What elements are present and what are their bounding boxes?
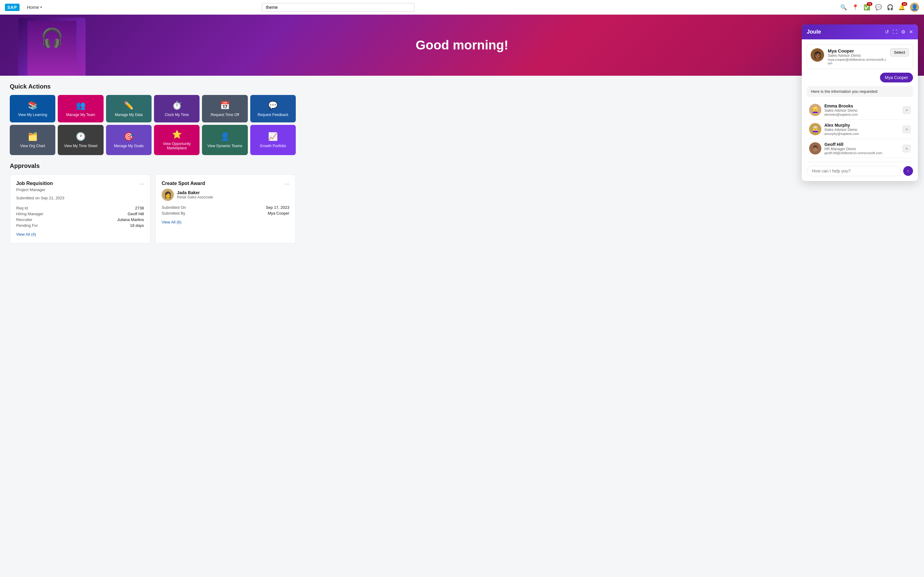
req-id-label: Req Id — [16, 206, 28, 210]
home-nav[interactable]: Home ▾ — [27, 5, 42, 10]
goals-icon: 🎯 — [124, 132, 134, 141]
notifications-badge: 10 — [902, 2, 907, 6]
pending-for-label: Pending For — [16, 223, 38, 228]
tile-view-org-chart[interactable]: 🗂️ View Org Chart — [10, 125, 55, 155]
spot-award-view-all[interactable]: View All (6) — [162, 220, 181, 224]
timesheet-icon: 🕐 — [76, 132, 86, 141]
result-role: Sales Advisor Demo — [824, 108, 900, 113]
job-requisition-card: Job Requisition Project Manager Submitte… — [10, 174, 150, 243]
tile-label: View Opportunity Marketplace — [157, 142, 197, 150]
job-req-subtitle: Project Manager — [16, 187, 65, 192]
joule-user-role: Sales Advisor Demo — [828, 53, 887, 58]
dynamic-teams-icon: 👤 — [220, 132, 230, 141]
spot-award-title: Create Spot Award — [162, 181, 205, 186]
tile-growth-portfolio[interactable]: 📈 Growth Portfolio — [250, 125, 296, 155]
headset-icon-btn[interactable]: 🎧 — [887, 4, 893, 11]
tile-request-feedback[interactable]: 💬 Request Feedback — [250, 95, 296, 122]
tile-request-time-off[interactable]: 📅 Request Time Off — [202, 95, 247, 122]
spot-award-person: 👩 Jada Baker Retail Sales Associate — [162, 189, 289, 201]
location-icon-btn[interactable]: 📍 — [852, 4, 859, 11]
result-info-alex: Alex Murphy Sales Advisor Demo amurphy@s… — [824, 123, 900, 135]
nav-icons: 🔍 📍 ✅ 72 💬 🎧 🔔 10 👤 — [840, 3, 919, 12]
sap-logo[interactable]: SAP — [5, 4, 19, 11]
joule-body: 👩🏾 Mya Cooper Sales Advisor Demo mya.coo… — [802, 39, 918, 181]
result-role: Sales Advisor Demo — [824, 127, 900, 132]
tile-manage-my-team[interactable]: 👥 Manage My Team — [58, 95, 103, 122]
tile-view-my-learning[interactable]: 📚 View My Learning — [10, 95, 55, 122]
person-role: Retail Sales Associate — [177, 195, 213, 199]
job-req-more-options[interactable]: ··· — [139, 181, 144, 187]
result-name: Alex Murphy — [824, 123, 900, 127]
main-content: Quick Actions 📚 View My Learning 👥 Manag… — [0, 76, 305, 251]
joule-header: Joule ↺ ⛶ ⚙ ✕ — [802, 24, 918, 39]
result-info-emma: Emma Brooks Sales Advisor Demo ebrooks@s… — [824, 103, 900, 116]
tile-view-my-time-sheet[interactable]: 🕐 View My Time Sheet — [58, 125, 103, 155]
joule-chat-input[interactable] — [807, 166, 901, 176]
job-req-hiring-manager-row: Hiring Manager Geoff Hill — [16, 211, 144, 217]
tasks-badge: 72 — [867, 2, 872, 6]
tasks-icon-btn[interactable]: ✅ 72 — [864, 4, 870, 11]
person-name: Jada Baker — [177, 190, 213, 195]
spot-award-submitted-by-row: Submitted By Mya Cooper — [162, 210, 289, 216]
chevron-down-icon: ▾ — [40, 5, 42, 9]
messages-icon-btn[interactable]: 💬 — [875, 4, 882, 11]
joule-info-text: Here is the information you requested: — [807, 86, 913, 97]
result-arrow-geoff[interactable]: > — [903, 145, 911, 152]
joule-select-button[interactable]: Select — [890, 48, 909, 56]
tile-label: Manage My Team — [66, 113, 95, 117]
tile-view-dynamic-teams[interactable]: 👤 View Dynamic Teams — [202, 125, 247, 155]
tile-label: View My Learning — [18, 113, 47, 117]
joule-user-name: Mya Cooper — [828, 48, 887, 53]
tile-label: Request Feedback — [258, 113, 288, 117]
result-name: Emma Brooks — [824, 103, 900, 108]
hero-banner: Good morning! — [0, 15, 924, 76]
joule-title: Joule — [807, 29, 821, 35]
joule-header-icons: ↺ ⛶ ⚙ ✕ — [885, 29, 913, 35]
tile-view-opportunity-marketplace[interactable]: ⭐ View Opportunity Marketplace — [154, 125, 200, 155]
search-icon-btn[interactable]: 🔍 — [840, 4, 847, 11]
person-avatar: 👩 — [162, 189, 174, 201]
result-arrow-alex[interactable]: > — [903, 126, 911, 133]
submitted-on-value: Sep 17, 2023 — [266, 205, 289, 210]
joule-result-item: 👩‍🦳 Alex Murphy Sales Advisor Demo amurp… — [807, 120, 913, 139]
job-req-view-all[interactable]: View All (4) — [16, 232, 36, 237]
search-bar[interactable] — [262, 3, 415, 11]
joule-expand-icon[interactable]: ⛶ — [893, 29, 897, 35]
tile-label: Manage My Data — [115, 113, 143, 117]
tile-label: Growth Portfolio — [260, 144, 286, 148]
hiring-manager-label: Hiring Manager — [16, 211, 44, 216]
joule-user-email: mya.cooper@sfsfbestrun.onmicrosoft.com — [828, 58, 887, 65]
tile-manage-my-goals[interactable]: 🎯 Manage My Goals — [106, 125, 152, 155]
joule-result-item: 👨🏽 Geoff Hill HR Manager Demo geoff.hill… — [807, 139, 913, 158]
tile-label: View Dynamic Teams — [207, 144, 242, 148]
result-email: ebrooks@saptest.com — [824, 113, 900, 116]
joule-settings-icon[interactable]: ⚙ — [901, 29, 905, 35]
learning-icon: 📚 — [28, 101, 37, 110]
tile-clock-my-time[interactable]: ⏱️ Clock My Time — [154, 95, 200, 122]
feedback-icon: 💬 — [268, 101, 278, 110]
joule-history-icon[interactable]: ↺ — [885, 29, 889, 35]
joule-send-button[interactable]: ↑ — [903, 166, 913, 176]
joule-result-list: 👱‍♀️ Emma Brooks Sales Advisor Demo ebro… — [807, 100, 913, 158]
tile-manage-my-data[interactable]: ✏️ Manage My Data — [106, 95, 152, 122]
org-chart-icon: 🗂️ — [28, 132, 37, 141]
result-email: geoff.hill@sfsfbestrun.onmicrosoft.com — [824, 151, 900, 155]
search-input[interactable] — [262, 3, 415, 11]
joule-close-icon[interactable]: ✕ — [909, 29, 913, 35]
top-navigation: SAP Home ▾ 🔍 📍 ✅ 72 💬 🎧 🔔 10 👤 — [0, 0, 924, 15]
spot-award-more-options[interactable]: ··· — [285, 181, 289, 187]
home-label: Home — [27, 5, 39, 10]
job-req-recruiter-row: Recruiter Juliana Martins — [16, 217, 144, 222]
tile-label: Request Time Off — [210, 113, 239, 117]
hero-greeting: Good morning! — [415, 38, 508, 53]
submitted-by-value: Mya Cooper — [268, 211, 289, 216]
result-avatar-emma: 👱‍♀️ — [809, 104, 821, 116]
result-avatar-alex: 👩‍🦳 — [809, 123, 821, 135]
joule-user-avatar: 👩🏾 — [811, 48, 824, 62]
clock-icon: ⏱️ — [172, 101, 182, 110]
result-arrow-emma[interactable]: > — [903, 106, 911, 114]
joule-result-item: 👱‍♀️ Emma Brooks Sales Advisor Demo ebro… — [807, 100, 913, 120]
user-avatar[interactable]: 👤 — [910, 3, 919, 12]
notifications-icon-btn[interactable]: 🔔 10 — [898, 4, 905, 11]
result-avatar-geoff: 👨🏽 — [809, 142, 821, 155]
